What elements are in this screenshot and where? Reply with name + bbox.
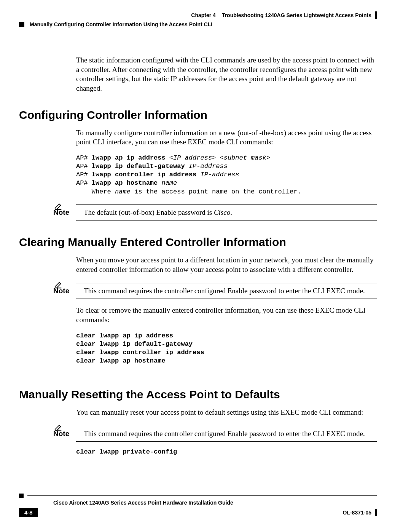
s3-paragraph: You can manually reset your access point… <box>76 408 377 417</box>
pencil-icon <box>53 202 63 213</box>
chapter-label: Chapter 4 <box>191 12 216 18</box>
note-text: The default (out-of-box) Enable password… <box>84 208 232 217</box>
note-text: This command requires the controller con… <box>84 286 365 296</box>
s1-paragraph: To manually configure controller informa… <box>76 128 377 147</box>
pencil-icon <box>53 423 63 435</box>
s2-paragraph: When you move your access point to a dif… <box>76 256 377 274</box>
footer-marker <box>19 494 24 498</box>
page-number: 4-8 <box>19 508 38 517</box>
breadcrumb-marker <box>19 22 24 27</box>
intro-paragraph: The static information configured with t… <box>76 56 377 93</box>
s2-cli: clear lwapp ap ip address clear lwapp ip… <box>76 332 377 365</box>
header-rule <box>375 11 377 19</box>
doc-id: OL-8371-05 <box>343 509 377 516</box>
footer-rule <box>19 494 377 498</box>
s2-paragraph2: To clear or remove the manually entered … <box>76 306 377 324</box>
note-text: This command requires the controller con… <box>84 429 365 439</box>
pencil-icon <box>53 281 63 292</box>
running-header: Chapter 4 Troubleshooting 1240AG Series … <box>19 11 377 19</box>
s1-cli: AP# lwapp ap ip address <IP address> <su… <box>76 154 377 196</box>
s3-note: Note This command requires the controlle… <box>76 426 377 442</box>
section-heading-configuring: Configuring Controller Information <box>19 109 377 121</box>
chapter-title: Troubleshooting 1240AG Series Lightweigh… <box>222 12 371 18</box>
footer-guide-title: Cisco Aironet 1240AG Series Access Point… <box>53 500 377 506</box>
s2-note: Note This command requires the controlle… <box>76 283 377 299</box>
section-heading-resetting: Manually Resetting the Access Point to D… <box>19 388 377 401</box>
breadcrumb: Manually Configuring Controller Informat… <box>30 21 212 27</box>
section-heading-clearing: Clearing Manually Entered Controller Inf… <box>19 236 377 249</box>
s1-note: Note The default (out-of-box) Enable pas… <box>76 204 377 221</box>
s3-cli: clear lwapp private-config <box>76 448 377 456</box>
breadcrumb-row: Manually Configuring Controller Informat… <box>19 21 377 27</box>
